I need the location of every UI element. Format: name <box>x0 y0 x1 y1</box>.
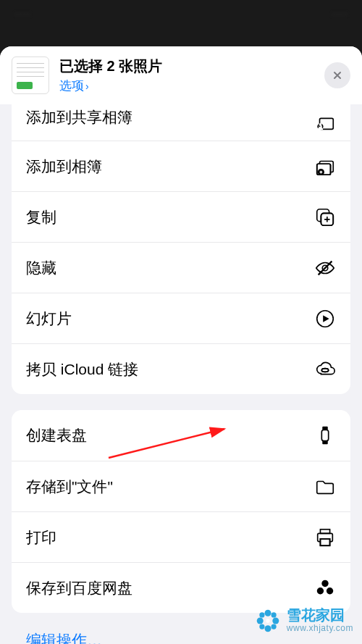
status-bar: •••• •••• <box>0 0 362 29</box>
printer-icon <box>314 527 336 548</box>
sheet-title: 已选择 2 张照片 <box>59 57 314 76</box>
actions-scroll[interactable]: 添加到共享相簿添加到相簿复制隐藏幻灯片拷贝 iCloud 链接 创建表盘存储到"… <box>0 104 362 644</box>
play-circle-icon <box>314 308 336 330</box>
svg-point-22 <box>321 580 328 586</box>
edit-actions-link[interactable]: 编辑操作… <box>26 632 102 644</box>
svg-point-30 <box>272 617 279 624</box>
snowflake-icon <box>255 608 281 634</box>
svg-point-27 <box>264 609 271 616</box>
action-hide[interactable]: 隐藏 <box>12 242 350 293</box>
svg-rect-16 <box>322 427 328 430</box>
cloud-link-icon <box>314 359 336 380</box>
svg-point-24 <box>327 587 333 594</box>
share-sheet: 已选择 2 张照片 选项 › 添加到共享相簿添加到相簿复制隐藏幻灯片拷贝 iCl… <box>0 46 362 644</box>
close-button[interactable] <box>324 62 350 88</box>
action-copy[interactable]: 复制 <box>12 191 350 242</box>
action-label: 幻灯片 <box>26 309 72 329</box>
svg-point-28 <box>264 625 271 632</box>
action-group: 添加到共享相簿添加到相簿复制隐藏幻灯片拷贝 iCloud 链接 <box>12 104 350 394</box>
chevron-right-icon: › <box>85 80 89 92</box>
statusbar-right: •••• <box>332 8 348 21</box>
action-label: 创建表盘 <box>26 425 87 446</box>
watermark: 雪花家园 www.xhjaty.com <box>255 607 353 634</box>
action-slideshow[interactable]: 幻灯片 <box>12 293 350 343</box>
svg-point-23 <box>317 587 324 594</box>
svg-point-35 <box>266 619 269 622</box>
action-add-to-album[interactable]: 添加到相簿 <box>12 141 350 191</box>
svg-rect-15 <box>321 430 328 441</box>
watch-icon <box>314 425 336 446</box>
add-album-icon <box>314 156 336 177</box>
person-album-icon <box>314 112 336 133</box>
svg-point-25 <box>324 587 327 590</box>
options-link[interactable]: 选项 › <box>59 78 314 94</box>
svg-point-29 <box>257 617 264 624</box>
statusbar-left: •••• <box>14 8 30 21</box>
action-label: 存储到"文件" <box>26 477 113 497</box>
svg-point-34 <box>271 624 276 629</box>
svg-point-32 <box>271 612 276 617</box>
svg-point-2 <box>319 123 322 126</box>
action-label: 保存到百度网盘 <box>26 578 132 598</box>
eye-slash-icon <box>314 257 336 279</box>
svg-point-33 <box>259 624 264 629</box>
action-group: 创建表盘存储到"文件"打印保存到百度网盘 <box>12 410 350 613</box>
close-icon <box>332 70 343 81</box>
action-save-to-files[interactable]: 存储到"文件" <box>12 461 350 511</box>
action-create-watchface[interactable]: 创建表盘 <box>12 410 350 461</box>
action-label: 打印 <box>26 527 56 548</box>
selection-thumbnail <box>12 57 49 94</box>
svg-line-11 <box>319 261 332 275</box>
action-label: 隐藏 <box>26 258 56 278</box>
action-label: 添加到相簿 <box>26 156 102 177</box>
baidu-icon <box>314 577 336 599</box>
action-save-to-baidu[interactable]: 保存到百度网盘 <box>12 562 350 613</box>
svg-rect-17 <box>322 441 328 445</box>
action-label: 添加到共享相簿 <box>26 107 132 136</box>
svg-rect-20 <box>320 538 329 545</box>
sheet-header: 已选择 2 张照片 选项 › <box>0 46 362 104</box>
action-label: 拷贝 iCloud 链接 <box>26 359 138 380</box>
copy-icon <box>314 206 336 228</box>
action-label: 复制 <box>26 207 56 227</box>
action-print[interactable]: 打印 <box>12 511 350 562</box>
folder-icon <box>314 476 336 498</box>
action-add-to-shared-album[interactable]: 添加到共享相簿 <box>12 104 350 141</box>
svg-point-31 <box>259 612 264 617</box>
action-copy-icloud-link[interactable]: 拷贝 iCloud 链接 <box>12 343 350 394</box>
